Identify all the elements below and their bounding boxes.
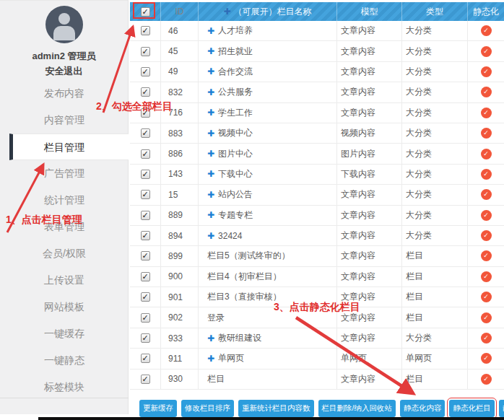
toolbar-button[interactable]: 重新统计栏目内容数 (238, 400, 314, 417)
row-checkbox[interactable]: ✓ (141, 67, 150, 76)
static-enabled-icon[interactable]: ✓ (481, 333, 492, 344)
sidebar-item[interactable]: 统计管理 (0, 187, 129, 214)
row-checkbox[interactable]: ✓ (141, 47, 150, 56)
static-enabled-icon[interactable]: ✓ (481, 128, 492, 139)
row-name[interactable]: 栏目5（测试终审的） (207, 250, 290, 262)
static-enabled-icon[interactable]: ✓ (481, 189, 492, 200)
sidebar-item[interactable]: 标签模块 (0, 374, 129, 401)
row-name[interactable]: 下载中心 (218, 168, 253, 180)
static-enabled-icon[interactable]: ✓ (481, 108, 492, 118)
expand-plus-icon[interactable]: ✚ (207, 108, 214, 118)
expand-plus-icon[interactable]: ✚ (207, 26, 214, 36)
row-checkbox[interactable]: ✓ (141, 211, 150, 220)
expand-plus-icon[interactable]: ✚ (207, 46, 214, 56)
table-row: ✓ 49 ✚ 合作交流 文章内容 大分类 ✓ (130, 62, 504, 82)
row-name[interactable]: 单网页 (218, 352, 244, 364)
sidebar-item[interactable]: 网站模板 (0, 294, 129, 320)
row-name[interactable]: 公共服务 (218, 86, 253, 98)
sidebar-item[interactable]: 会员/权限 (0, 240, 129, 267)
row-name[interactable]: 学生工作 (218, 107, 253, 119)
row-model: 文章内容 (337, 226, 402, 245)
toolbar-button[interactable]: 静态化栏目 (449, 400, 495, 417)
row-model: 下载内容 (337, 165, 402, 184)
row-checkbox[interactable]: ✓ (141, 375, 150, 384)
row-name[interactable]: 站内公告 (218, 188, 253, 201)
sidebar-item[interactable]: 一键静态 (0, 347, 129, 374)
row-name[interactable]: 招生就业 (218, 45, 253, 58)
row-checkbox[interactable]: ✓ (141, 128, 150, 138)
row-checkbox[interactable]: ✓ (141, 272, 150, 281)
row-checkbox[interactable]: ✓ (141, 292, 150, 302)
expand-plus-icon[interactable]: ✚ (207, 87, 214, 97)
sidebar-divider (0, 398, 129, 398)
static-enabled-icon[interactable]: ✓ (481, 250, 492, 261)
expand-plus-icon[interactable]: ✚ (207, 190, 214, 200)
sidebar-item[interactable]: 一键缓存 (0, 320, 129, 347)
row-name[interactable]: 图片中心 (218, 148, 253, 160)
row-checkbox[interactable]: ✓ (141, 87, 150, 97)
row-name[interactable]: 教研组建设 (218, 332, 261, 344)
row-model: 图片内容 (337, 144, 402, 163)
static-enabled-icon[interactable]: ✓ (481, 66, 492, 77)
toolbar-button[interactable]: 修改栏目排序 (181, 400, 234, 417)
table-row: ✓ 889 ✚ 专题专栏 文章内容 大分类 ✓ (130, 206, 504, 226)
row-checkbox[interactable]: ✓ (141, 313, 150, 323)
expand-plus-icon[interactable]: ✚ (207, 333, 214, 344)
row-name[interactable]: 合作交流 (218, 66, 253, 78)
logout-link[interactable]: 安全退出 (0, 65, 128, 78)
header-name: ✚ （可展开）栏目名称 (199, 2, 337, 21)
row-type: 大分类 (402, 165, 468, 184)
row-type: 大分类 (402, 226, 468, 245)
row-checkbox[interactable]: ✓ (141, 354, 150, 363)
row-name[interactable]: 人才培养 (218, 25, 253, 37)
row-checkbox[interactable]: ✓ (141, 251, 150, 261)
expand-plus-icon[interactable]: ✚ (207, 231, 214, 241)
static-enabled-icon[interactable]: ✓ (481, 292, 492, 302)
row-id: 901 (161, 287, 199, 307)
header-model: 模型 (337, 2, 402, 21)
expand-plus-icon[interactable]: ✚ (207, 169, 214, 179)
row-id: 900 (161, 267, 199, 286)
static-enabled-icon[interactable]: ✓ (481, 169, 492, 180)
static-enabled-icon[interactable]: ✓ (481, 46, 492, 57)
row-name[interactable]: 专题专栏 (218, 209, 253, 222)
annotation-highlight-select-all (133, 2, 155, 19)
toolbar-button[interactable]: 静态化内容 (400, 400, 446, 417)
static-enabled-icon[interactable]: ✓ (481, 25, 492, 36)
row-name[interactable]: 栏目4（初审栏目） (207, 271, 282, 283)
static-enabled-icon[interactable]: ✓ (481, 87, 492, 97)
row-type: 大分类 (402, 328, 468, 348)
row-name[interactable]: 视频中心 (218, 127, 253, 139)
static-enabled-icon[interactable]: ✓ (481, 210, 492, 221)
row-checkbox[interactable]: ✓ (141, 26, 150, 35)
sidebar-item[interactable]: 广告管理 (0, 160, 129, 187)
static-enabled-icon[interactable]: ✓ (481, 149, 492, 159)
static-enabled-icon[interactable]: ✓ (481, 353, 492, 364)
table-row: ✓ 45 ✚ 招生就业 文章内容 大分类 ✓ (130, 41, 504, 61)
row-checkbox[interactable]: ✓ (141, 170, 150, 179)
sidebar-item[interactable]: 上传设置 (0, 267, 129, 294)
static-enabled-icon[interactable]: ✓ (481, 374, 492, 385)
expand-plus-icon[interactable]: ✚ (207, 354, 214, 364)
toolbar-button[interactable]: 更新缓存 (139, 400, 177, 417)
expand-plus-icon[interactable]: ✚ (207, 128, 214, 139)
toolbar-button[interactable]: 栏目删除/纳入回收站 (318, 400, 396, 417)
row-checkbox[interactable]: ✓ (141, 231, 150, 240)
expand-all-plus-icon[interactable]: ✚ (223, 6, 230, 17)
expand-plus-icon[interactable]: ✚ (207, 66, 214, 76)
row-checkbox[interactable]: ✓ (141, 149, 150, 159)
row-checkbox[interactable]: ✓ (141, 190, 150, 199)
expand-plus-icon[interactable]: ✚ (207, 210, 214, 220)
static-enabled-icon[interactable]: ✓ (481, 271, 492, 282)
row-checkbox[interactable]: ✓ (141, 333, 150, 343)
row-name[interactable]: 32424 (218, 231, 242, 241)
row-type: 大分类 (402, 41, 468, 61)
expand-plus-icon[interactable]: ✚ (207, 149, 214, 159)
row-name[interactable]: 登录 (207, 312, 225, 324)
row-name[interactable]: 栏目 (207, 373, 225, 385)
toolbar-button[interactable]: 静态化所有 (499, 400, 504, 417)
static-enabled-icon[interactable]: ✓ (481, 230, 492, 241)
row-name[interactable]: 栏目3（直接审核） (207, 291, 282, 303)
sidebar-item[interactable]: 栏目管理 (9, 134, 129, 160)
static-enabled-icon[interactable]: ✓ (481, 312, 492, 323)
